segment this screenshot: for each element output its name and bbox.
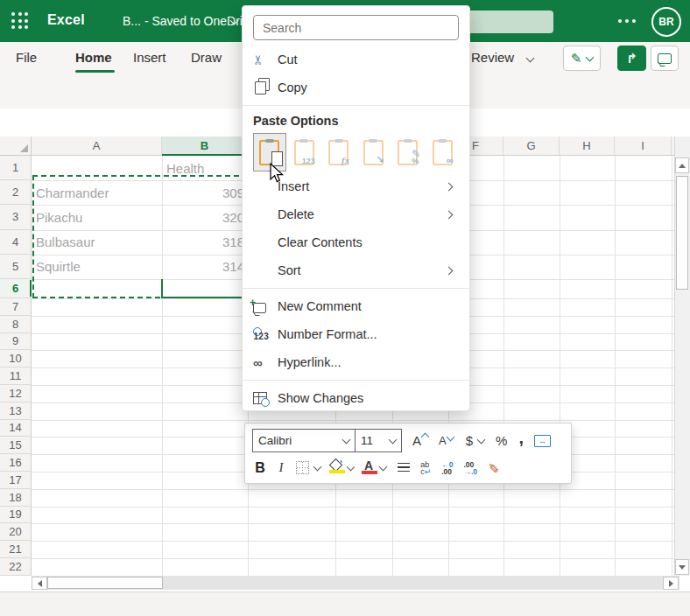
align-icon [398, 463, 410, 472]
row-header-21[interactable]: 21 [0, 541, 32, 558]
row-header-11[interactable]: 11 [0, 368, 32, 385]
row-header-12[interactable]: 12 [0, 385, 32, 402]
row-header-6[interactable]: 6 [0, 279, 32, 298]
comments-button[interactable] [651, 46, 679, 71]
editing-mode-button[interactable]: ✎ [563, 46, 601, 71]
wrap-text-button[interactable]: ab c↵ [420, 461, 431, 475]
scroll-up-button[interactable] [675, 158, 689, 173]
menu-item-number-format[interactable]: 123Number Format... [253, 320, 459, 348]
row-header-4[interactable]: 4 [0, 230, 32, 255]
excel-web-app: Excel B... - Saved to OneDrive BR File H… [0, 0, 690, 616]
row-header-13[interactable]: 13 [0, 402, 32, 420]
paste-button-paste-transpose[interactable]: ↘ [357, 133, 391, 172]
horizontal-scroll-thumb[interactable] [47, 577, 163, 589]
borders-icon [296, 461, 309, 474]
tab-review[interactable]: Review [471, 50, 514, 65]
fill-color-button-mini[interactable]: , [331, 460, 354, 476]
row-header-8[interactable]: 8 [0, 316, 32, 333]
increase-decimal-button[interactable]: .00→.0 [463, 461, 477, 475]
menu-item-sort[interactable]: Sort [253, 256, 459, 284]
grid-line-vertical [503, 156, 504, 576]
show-changes-icon [253, 392, 267, 404]
paste-button-paste-link[interactable]: ∞ [426, 133, 460, 172]
comma-format-button[interactable]: , [518, 428, 524, 448]
row-header-14[interactable]: 14 [0, 420, 32, 438]
number-format-icon: 123 [253, 327, 269, 341]
menu-item-cut[interactable]: ✂Cut [253, 46, 459, 74]
column-header-B[interactable]: B [162, 136, 248, 156]
font-name-combo[interactable]: Calibri [253, 430, 355, 452]
row-header-2[interactable]: 2 [0, 180, 32, 205]
row-header-18[interactable]: 18 [0, 489, 32, 507]
column-header-H[interactable]: H [560, 136, 615, 156]
tab-insert[interactable]: Insert [133, 50, 166, 65]
row-header-10[interactable]: 10 [0, 350, 32, 368]
row-header-20[interactable]: 20 [0, 523, 32, 541]
paste-button-paste-values[interactable]: 123 [288, 133, 321, 172]
menu-item-new-comment[interactable]: +New Comment [253, 292, 459, 320]
shrink-font-button[interactable]: A [439, 434, 454, 447]
font-name-chevron-icon [342, 435, 351, 444]
percent-format-button[interactable]: % [496, 433, 507, 448]
menu-item-delete[interactable]: Delete [253, 200, 459, 228]
menu-item-copy[interactable]: Copy [253, 74, 459, 102]
more-options-icon[interactable] [618, 19, 636, 23]
select-all-corner[interactable] [0, 136, 32, 156]
menu-item-hyperlink[interactable]: ∞Hyperlink... [253, 348, 459, 376]
grow-font-button[interactable]: A [412, 433, 428, 448]
vertical-scroll-thumb[interactable] [676, 176, 688, 290]
comment-icon [658, 53, 672, 64]
context-menu-search-input[interactable] [253, 15, 459, 40]
format-painter-button[interactable]: ✎ [488, 460, 499, 476]
font-size-chevron-mini-icon [389, 435, 398, 444]
scroll-left-button[interactable] [32, 577, 47, 590]
paste-button-paste-formatting[interactable]: %✎ [391, 133, 425, 172]
scroll-down-button[interactable] [675, 559, 689, 575]
menu-divider [243, 288, 469, 289]
row-header-5[interactable]: 5 [0, 255, 32, 279]
menu-divider [243, 105, 469, 106]
avatar[interactable]: BR [651, 7, 681, 37]
tab-draw[interactable]: Draw [191, 50, 222, 65]
menu-item-label: Copy [278, 80, 459, 94]
decrease-decimal-button[interactable]: ←0.00 [441, 461, 453, 475]
currency-format-button[interactable]: $ [466, 433, 484, 448]
floating-format-toolbar: Calibri 11 A A $ % , [244, 423, 572, 484]
row-header-19[interactable]: 19 [0, 507, 32, 524]
row-header-1[interactable]: 1 [0, 156, 32, 180]
row-header-17[interactable]: 17 [0, 472, 32, 489]
autofit-button[interactable]: ↔ [534, 435, 551, 447]
tab-file[interactable]: File [16, 50, 37, 65]
clipboard-icon: %✎ [398, 140, 418, 165]
selected-cell-border-b6[interactable] [161, 279, 248, 298]
font-size-combo-mini[interactable]: 11 [355, 430, 401, 452]
column-header-G[interactable]: G [503, 136, 560, 156]
menu-item-label: Show Changes [278, 391, 459, 405]
format-painter-icon: ✎ [485, 462, 501, 473]
borders-button[interactable] [296, 461, 320, 474]
row-header-7[interactable]: 7 [0, 298, 32, 316]
row-header-3[interactable]: 3 [0, 205, 32, 229]
row-header-15[interactable]: 15 [0, 437, 32, 454]
row-header-9[interactable]: 9 [0, 333, 32, 351]
autofit-icon: ↔ [534, 435, 551, 447]
active-row-accent [30, 280, 32, 297]
tab-home[interactable]: Home [75, 50, 112, 65]
paste-button-paste-formulas[interactable]: fx [322, 133, 356, 172]
bold-button-mini[interactable]: B [252, 460, 268, 476]
row-header-22[interactable]: 22 [0, 558, 32, 576]
menu-item-clear-contents[interactable]: Clear Contents [253, 228, 459, 256]
column-header-A[interactable]: A [32, 136, 162, 156]
italic-button-mini[interactable]: I [276, 460, 286, 475]
row-header-16[interactable]: 16 [0, 454, 32, 472]
paste-options-label: Paste Options [253, 109, 459, 132]
column-header-I[interactable]: I [615, 136, 672, 156]
align-button[interactable] [398, 463, 410, 472]
scroll-right-button[interactable] [663, 577, 679, 590]
pencil-icon: ✎ [571, 51, 582, 66]
app-launcher-waffle-icon[interactable] [11, 12, 29, 30]
share-button[interactable]: ↱ [617, 46, 646, 71]
menu-item-show-changes[interactable]: Show Changes [253, 384, 459, 412]
font-name-value: Calibri [258, 434, 292, 447]
font-color-button-mini[interactable]: A [364, 461, 386, 475]
